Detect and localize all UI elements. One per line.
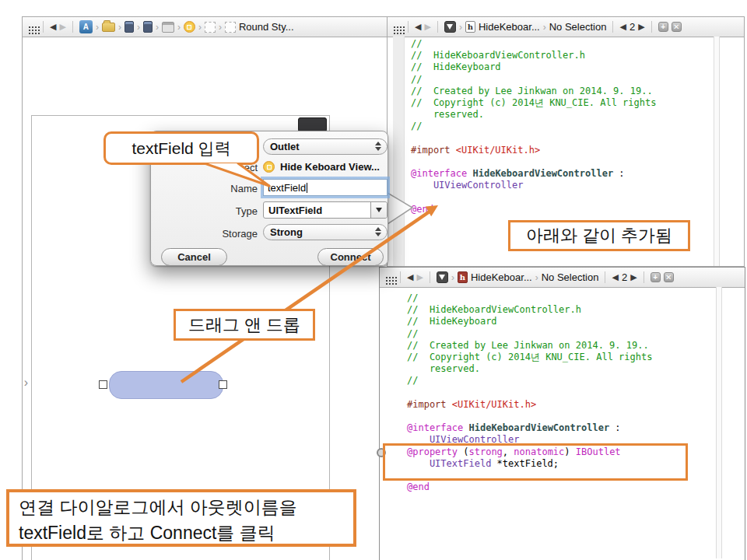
- connect-button[interactable]: Connect: [317, 248, 384, 266]
- counterparts-icon[interactable]: [444, 21, 456, 33]
- project-icon[interactable]: A: [79, 20, 93, 33]
- document-outline-toggle-icon[interactable]: ›: [21, 375, 31, 390]
- code-line: // HideKeyboard: [411, 61, 656, 73]
- scene-icon[interactable]: [162, 22, 174, 33]
- close-editor-button[interactable]: ✕: [672, 22, 682, 32]
- combo-dropdown-icon[interactable]: [370, 202, 387, 218]
- selected-text-field[interactable]: [109, 371, 223, 399]
- editor-count: 2: [630, 21, 635, 33]
- ib-jump-bar: ◀▶A›››››››Round Sty...: [23, 17, 387, 37]
- code-line: reserved.: [407, 363, 652, 375]
- code-line: // HideKeboardViewController.h: [407, 304, 652, 316]
- storyboard-file-icon[interactable]: [124, 21, 134, 33]
- add-editor-button[interactable]: +: [658, 22, 668, 32]
- back-button[interactable]: ◀: [415, 22, 421, 32]
- breadcrumb-item-selection[interactable]: No Selection: [542, 271, 599, 283]
- breadcrumb-chevron-icon: ›: [535, 272, 538, 283]
- back-button[interactable]: ◀: [50, 22, 56, 32]
- type-combo-box[interactable]: UITextField: [263, 201, 388, 219]
- history-back-button[interactable]: ◀: [619, 22, 626, 32]
- breadcrumb-chevron-icon: ›: [118, 22, 121, 33]
- code-line: // Created by Lee Jinkwan on 2014. 9. 19…: [407, 340, 652, 352]
- code-token: // HideKeyboard: [407, 316, 497, 327]
- history-forward-button[interactable]: ▶: [638, 22, 644, 32]
- code-line: //: [411, 121, 656, 132]
- name-input[interactable]: textField: [263, 179, 388, 196]
- separator: [651, 21, 652, 33]
- view-controller-icon[interactable]: [184, 21, 195, 33]
- history-back-button[interactable]: ◀: [612, 272, 618, 282]
- connection-popup[interactable]: Outlet: [263, 138, 388, 155]
- text-caret: [307, 183, 307, 193]
- separator: [430, 271, 430, 283]
- code-token: @interface: [407, 422, 468, 433]
- header-file-icon: h: [458, 271, 468, 283]
- type-value: UITextField: [268, 205, 322, 216]
- storage-label: Storage: [167, 228, 258, 240]
- code-line: //: [407, 292, 652, 304]
- top-editor-jump-bar: ◀▶›hHideKeboar...›No Selection◀2▶+✕: [388, 17, 744, 37]
- breadcrumb-item-textfield[interactable]: Round Sty...: [239, 21, 294, 33]
- code-line: [407, 411, 652, 422]
- breadcrumb-item-file[interactable]: HideKeboar...: [471, 271, 532, 283]
- breadcrumb-item-selection[interactable]: No Selection: [549, 21, 607, 33]
- scrollbar-track[interactable]: [716, 287, 722, 558]
- code-token: //: [411, 74, 422, 85]
- code-token: // Copyright (c) 2014년 KNU_CIE. All righ…: [407, 352, 652, 362]
- back-button[interactable]: ◀: [407, 272, 413, 282]
- breadcrumb-chevron-icon: ›: [459, 22, 462, 33]
- storage-popup[interactable]: Strong: [263, 224, 388, 240]
- resize-handle-right[interactable]: [219, 380, 227, 389]
- code-editor-content[interactable]: //// HideKeboardViewController.h// HideK…: [411, 38, 656, 215]
- screen: ◀▶A›››››››Round Sty... › ◀▶›hHideKeboar.…: [0, 0, 747, 560]
- code-line: #import <UIKit/UIKit.h>: [411, 145, 656, 156]
- code-token: #import: [407, 399, 452, 410]
- code-token: // Copyright (c) 2014년 KNU_CIE. All righ…: [411, 97, 656, 108]
- forward-button[interactable]: ▶: [59, 22, 65, 32]
- code-token: reserved.: [407, 363, 480, 374]
- code-token: // Created by Lee Jinkwan on 2014. 9. 19…: [407, 340, 649, 351]
- close-editor-button[interactable]: ✕: [664, 272, 674, 282]
- code-token: //: [407, 375, 418, 386]
- related-items-icon[interactable]: [394, 26, 395, 28]
- counterparts-icon[interactable]: [437, 271, 448, 283]
- add-editor-button[interactable]: +: [651, 272, 661, 282]
- storyboard-file-icon[interactable]: [143, 21, 153, 33]
- cancel-button[interactable]: Cancel: [161, 248, 227, 266]
- code-line: #import <UIKit/UIKit.h>: [407, 399, 652, 411]
- connection-value: Outlet: [270, 141, 300, 152]
- separator: [408, 21, 409, 33]
- breadcrumb-item-file[interactable]: HideKeboar...: [479, 21, 540, 33]
- code-line: //: [407, 375, 652, 387]
- code-line: @end: [407, 481, 652, 493]
- related-items-icon[interactable]: [386, 277, 388, 278]
- header-file-icon: h: [465, 21, 475, 33]
- code-line: [411, 133, 656, 145]
- folder-icon[interactable]: [102, 23, 115, 32]
- editor-count: 2: [622, 271, 627, 283]
- bottom-note-line1: 연결 다이알로그에서 아웃렛이름을: [19, 495, 353, 520]
- breadcrumb-chevron-icon: ›: [177, 22, 181, 33]
- code-token: :: [613, 168, 624, 179]
- forward-button[interactable]: ▶: [424, 22, 430, 32]
- forward-button[interactable]: ▶: [416, 272, 423, 282]
- resize-handle-left[interactable]: [99, 380, 107, 389]
- view-icon[interactable]: [205, 22, 216, 33]
- popup-stepper-icon: [375, 227, 381, 236]
- view-icon[interactable]: [225, 22, 236, 33]
- separator: [72, 21, 73, 33]
- history-forward-button[interactable]: ▶: [630, 272, 637, 282]
- code-line: @end: [411, 204, 656, 215]
- related-items-icon[interactable]: [29, 26, 30, 28]
- breadcrumb-chevron-icon: ›: [219, 22, 222, 33]
- type-label: Type: [167, 205, 258, 217]
- code-token: //: [407, 292, 418, 303]
- scrollbar-track[interactable]: [714, 37, 720, 266]
- code-token: //: [407, 328, 418, 339]
- breadcrumb-chevron-icon: ›: [198, 22, 202, 33]
- code-token: // HideKeboardViewController.h: [411, 50, 585, 61]
- code-token: // HideKeyboard: [411, 61, 501, 72]
- code-token: // Created by Lee Jinkwan on 2014. 9. 19…: [411, 86, 653, 96]
- code-token: reserved.: [411, 109, 484, 120]
- storage-value: Strong: [270, 226, 303, 238]
